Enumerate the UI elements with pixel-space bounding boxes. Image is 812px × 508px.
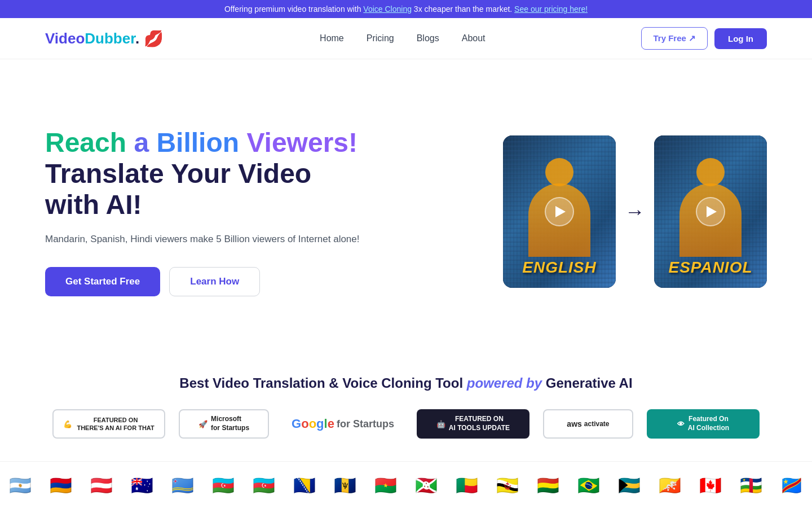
hero-title-reach: Reach xyxy=(45,128,134,157)
video-label-english: ENGLISH xyxy=(522,259,596,277)
there-ai-label: FEATURED ONTHERE'S AN AI FOR THAT xyxy=(77,416,154,432)
get-started-button[interactable]: Get Started Free xyxy=(45,267,160,296)
banner-voice-cloning-link[interactable]: Voice Cloning xyxy=(363,5,412,14)
partner-aws: aws activate xyxy=(543,409,633,439)
flag-item: 🇦🇼 xyxy=(162,471,203,500)
google-logo-text: Google xyxy=(292,417,334,431)
logo-dubber: Dubber xyxy=(85,30,135,47)
hero-subtitle: Mandarin, Spanish, Hindi viewers make 5 … xyxy=(45,231,361,247)
nav-actions: Try Free ↗ Log In xyxy=(641,27,767,50)
flag-item: 🇨🇩 xyxy=(771,471,812,500)
flag-item: 🇧🇧 xyxy=(325,471,365,500)
flags-strip: 🇦🇷🇦🇲🇦🇹🇦🇺🇦🇼🇦🇿🇦🇿🇧🇦🇧🇧🇧🇫🇧🇮🇧🇯🇧🇳🇧🇴🇧🇷🇧🇸🇧🇹🇨🇦🇨🇫🇨🇩 xyxy=(0,461,812,508)
nav-pricing[interactable]: Pricing xyxy=(367,33,394,43)
flag-item: 🇦🇲 xyxy=(41,471,81,500)
there-ai-icon: 💪 xyxy=(63,420,72,428)
partners-title: Best Video Translation & Voice Cloning T… xyxy=(45,375,767,391)
logo-dot: . xyxy=(135,30,139,47)
flag-item: 🇦🇿 xyxy=(244,471,284,500)
ai-tools-label: FEATURED ONAI TOOLS UPDATE xyxy=(449,415,510,432)
hero-title-viewers: Viewers! xyxy=(246,128,358,157)
aws-activate-label: activate xyxy=(584,420,610,428)
hero-title: Reach a Billion Viewers! Translate Your … xyxy=(45,127,361,221)
generative-ai-text: Generative AI xyxy=(542,375,633,391)
flag-item: 🇧🇮 xyxy=(406,471,447,500)
powered-by-text: powered by xyxy=(467,375,542,391)
aws-label: aws xyxy=(567,419,581,428)
hero-left: Reach a Billion Viewers! Translate Your … xyxy=(45,127,361,297)
partner-there-ai: 💪 FEATURED ONTHERE'S AN AI FOR THAT xyxy=(52,409,165,439)
partners-section: Best Video Translation & Voice Cloning T… xyxy=(0,353,812,450)
flag-item: 🇦🇹 xyxy=(81,471,122,500)
flag-item: 🇦🇷 xyxy=(0,471,41,500)
banner-text: Offering premium video translation with xyxy=(224,5,363,14)
flag-item: 🇦🇿 xyxy=(203,471,244,500)
login-button[interactable]: Log In xyxy=(714,28,767,49)
banner-pricing-link[interactable]: See our pricing here! xyxy=(514,5,588,14)
nav-blogs[interactable]: Blogs xyxy=(417,33,439,43)
hero-buttons: Get Started Free Learn How xyxy=(45,267,361,296)
play-button-english[interactable] xyxy=(545,197,574,226)
google-for-startups-text: for Startups xyxy=(337,418,394,430)
hero-title-billion: Billion xyxy=(156,128,246,157)
hero-title-a: a xyxy=(134,128,156,157)
navbar: VideoDubber. 💋 Home Pricing Blogs About … xyxy=(0,18,812,59)
translation-arrow-icon: → xyxy=(625,200,645,224)
hero-section: Reach a Billion Viewers! Translate Your … xyxy=(0,59,812,353)
video-thumb-english: ENGLISH xyxy=(503,135,616,288)
flag-item: 🇧🇷 xyxy=(568,471,609,500)
partner-ai-tools: 🤖 FEATURED ONAI TOOLS UPDATE xyxy=(417,409,529,439)
partner-logos: 💪 FEATURED ONTHERE'S AN AI FOR THAT 🚀 Mi… xyxy=(45,409,767,439)
play-button-spanish[interactable] xyxy=(696,197,725,226)
flag-item: 🇨🇦 xyxy=(690,471,731,500)
top-banner: Offering premium video translation with … xyxy=(0,0,812,18)
learn-how-button[interactable]: Learn How xyxy=(169,267,260,296)
nav-links: Home Pricing Blogs About xyxy=(320,33,485,43)
nav-about[interactable]: About xyxy=(462,33,486,43)
video-thumb-spanish: ESPANIOL xyxy=(654,135,767,288)
partner-ai-collection: 👁 Featured OnAI Collection xyxy=(647,409,760,439)
video-label-spanish: ESPANIOL xyxy=(668,259,752,277)
flag-item: 🇧🇸 xyxy=(609,471,650,500)
flag-item: 🇧🇴 xyxy=(528,471,568,500)
hero-title-line2: Translate Your Video with AI! xyxy=(45,158,361,220)
partners-title-text: Best Video Translation & Voice Cloning T… xyxy=(179,375,466,391)
logo: VideoDubber. 💋 xyxy=(45,29,164,48)
logo-video: Video xyxy=(45,30,85,47)
nav-home[interactable]: Home xyxy=(320,33,344,43)
flag-item: 🇧🇦 xyxy=(284,471,325,500)
flag-item: 🇧🇳 xyxy=(487,471,528,500)
banner-text-middle: 3x cheaper than the market. xyxy=(412,5,514,14)
try-free-button[interactable]: Try Free ↗ xyxy=(641,27,708,50)
partner-google: Google for Startups xyxy=(283,409,403,439)
logo-lips-icon: 💋 xyxy=(144,29,164,48)
flag-item: 🇧🇫 xyxy=(365,471,406,500)
flag-item: 🇧🇯 xyxy=(447,471,487,500)
microsoft-label: Microsoftfor Startups xyxy=(211,415,249,432)
microsoft-icon: 🚀 xyxy=(198,420,208,428)
partner-microsoft: 🚀 Microsoftfor Startups xyxy=(179,409,269,439)
flag-item: 🇨🇫 xyxy=(731,471,771,500)
flag-item: 🇧🇹 xyxy=(650,471,690,500)
flag-item: 🇦🇺 xyxy=(122,471,162,500)
hero-right: ENGLISH → ESPANIOL xyxy=(503,135,767,288)
ai-collection-label: Featured OnAI Collection xyxy=(688,415,729,432)
ai-collection-icon: 👁 xyxy=(677,420,685,428)
ai-tools-icon: 🤖 xyxy=(436,420,445,428)
